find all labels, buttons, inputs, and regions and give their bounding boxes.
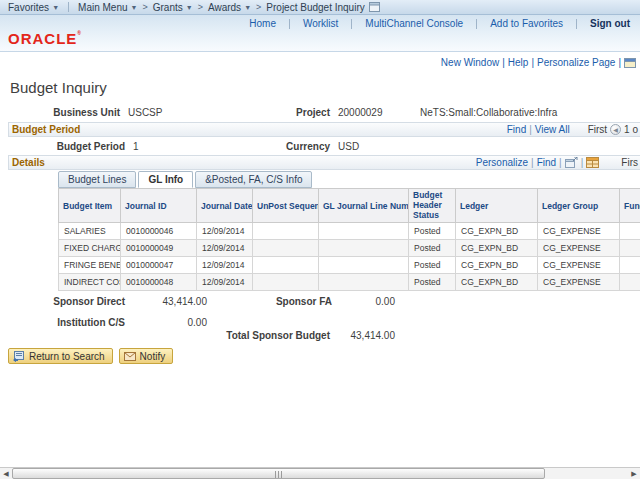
business-unit-value: USCSP bbox=[128, 107, 162, 118]
cell-ledger-group: CG_EXPENSE bbox=[538, 274, 620, 291]
cell-unpost-sequence bbox=[253, 240, 319, 257]
column-header-unpost-sequence[interactable]: UnPost Sequence bbox=[253, 189, 319, 223]
institution-cs-label: Institution C/S bbox=[20, 317, 125, 328]
gl-info-grid: Budget Item Journal ID Journal Date UnPo… bbox=[58, 188, 640, 291]
cell-gl-journal-line-number bbox=[319, 223, 409, 240]
home-link[interactable]: Home bbox=[249, 18, 276, 29]
currency-label: Currency bbox=[250, 141, 330, 152]
page-window-icon[interactable] bbox=[369, 2, 380, 12]
cell-budget-item: INDIRECT COSTS bbox=[59, 274, 121, 291]
sign-out-link[interactable]: Sign out bbox=[590, 18, 630, 29]
page-action-bar: New Window | Help | Personalize Page | bbox=[441, 57, 636, 68]
header-band: Home Worklist MultiChannel Console Add t… bbox=[0, 15, 640, 52]
scroll-left-arrow[interactable]: ◀ bbox=[0, 468, 12, 479]
view-all-popup-icon[interactable] bbox=[565, 157, 578, 168]
tab-posted-fa-cs-info[interactable]: &Posted, FA, C/S Info bbox=[195, 171, 312, 188]
cell-ledger-group: CG_EXPENSE bbox=[538, 223, 620, 240]
main-menu[interactable]: Main Menu ▼ bbox=[78, 2, 137, 13]
bar-pipe: | bbox=[529, 124, 532, 135]
column-header-journal-date[interactable]: Journal Date bbox=[197, 189, 253, 223]
bar-pipe: | bbox=[531, 157, 534, 168]
breadcrumb-item-project-budget-inquiry[interactable]: Project Budget Inquiry bbox=[266, 2, 364, 13]
cell-ledger-group: CG_EXPENSE bbox=[538, 240, 620, 257]
cell-journal-id: 0010000048 bbox=[121, 274, 197, 291]
budget-period-find-link[interactable]: Find bbox=[507, 124, 526, 135]
breadcrumb-item-grants[interactable]: Grants ▼ bbox=[153, 2, 193, 13]
cell-budget-item: FIXED CHARGES bbox=[59, 240, 121, 257]
column-header-funding[interactable]: Fundi bbox=[620, 189, 640, 223]
details-section-header: Details Personalize | Find | | Firs bbox=[8, 155, 640, 170]
column-header-budget-header-status[interactable]: Budget Header Status bbox=[409, 189, 456, 223]
dropdown-arrow-icon: ▼ bbox=[244, 4, 251, 11]
details-tab-strip: Budget Lines GL Info &Posted, FA, C/S In… bbox=[58, 170, 640, 188]
download-to-excel-icon[interactable] bbox=[586, 157, 599, 168]
breadcrumb-label: Grants bbox=[153, 2, 183, 13]
details-first-label-truncated: Firs bbox=[621, 157, 638, 168]
horizontal-scrollbar[interactable]: ◀ ▶ bbox=[0, 467, 640, 479]
cell-journal-date: 12/09/2014 bbox=[197, 240, 253, 257]
previous-row-button[interactable]: ◀ bbox=[610, 124, 621, 135]
total-sponsor-budget-value: 43,414.00 bbox=[320, 330, 395, 341]
cell-journal-id: 0010000047 bbox=[121, 257, 197, 274]
cell-journal-date: 12/09/2014 bbox=[197, 274, 253, 291]
cell-journal-date: 12/09/2014 bbox=[197, 257, 253, 274]
new-window-link[interactable]: New Window bbox=[441, 57, 499, 68]
breadcrumb-item-awards[interactable]: Awards ▼ bbox=[208, 2, 251, 13]
cell-unpost-sequence bbox=[253, 257, 319, 274]
table-row: FIXED CHARGES 0010000049 12/09/2014 Post… bbox=[59, 240, 640, 257]
budget-period-view-all-link[interactable]: View All bbox=[535, 124, 570, 135]
scrollbar-thumb[interactable] bbox=[12, 468, 545, 479]
sponsor-fa-value: 0.00 bbox=[330, 296, 395, 307]
favorites-menu[interactable]: Favorites ▼ bbox=[8, 2, 59, 13]
help-link[interactable]: Help bbox=[508, 57, 529, 68]
details-section-title: Details bbox=[12, 157, 45, 168]
table-row: INDIRECT COSTS 0010000048 12/09/2014 Pos… bbox=[59, 274, 640, 291]
cell-ledger: CG_EXPN_BD bbox=[456, 274, 538, 291]
total-sponsor-budget-label: Total Sponsor Budget bbox=[218, 330, 330, 341]
tab-gl-info[interactable]: GL Info bbox=[138, 171, 193, 188]
add-to-favorites-link[interactable]: Add to Favorites bbox=[490, 18, 563, 29]
column-header-gl-journal-line-number[interactable]: GL Journal Line Number bbox=[319, 189, 409, 223]
column-header-budget-item[interactable]: Budget Item bbox=[59, 189, 121, 223]
notify-envelope-icon bbox=[124, 352, 136, 361]
budget-period-label: Budget Period bbox=[25, 141, 125, 152]
multichannel-console-link[interactable]: MultiChannel Console bbox=[365, 18, 463, 29]
personalize-window-icon[interactable] bbox=[624, 58, 636, 68]
nav-divider bbox=[476, 19, 477, 29]
cell-ledger-group: CG_EXPENSE bbox=[538, 257, 620, 274]
return-to-search-label: Return to Search bbox=[29, 351, 105, 362]
main-menu-label: Main Menu bbox=[78, 2, 127, 13]
dropdown-arrow-icon: ▼ bbox=[52, 4, 59, 11]
peoplesoft-budget-inquiry-page: Favorites ▼ Main Menu ▼ > Grants ▼ > Awa… bbox=[0, 0, 640, 480]
bar-pipe: | bbox=[581, 157, 584, 168]
cell-ledger: CG_EXPN_BD bbox=[456, 240, 538, 257]
registered-mark: ® bbox=[77, 30, 82, 36]
business-unit-label: Business Unit bbox=[20, 107, 120, 118]
cell-budget-header-status: Posted bbox=[409, 274, 456, 291]
cell-budget-header-status: Posted bbox=[409, 223, 456, 240]
cell-ledger: CG_EXPN_BD bbox=[456, 223, 538, 240]
return-to-search-button[interactable]: Return to Search bbox=[8, 348, 113, 364]
column-header-journal-id[interactable]: Journal ID bbox=[121, 189, 197, 223]
details-find-link[interactable]: Find bbox=[537, 157, 556, 168]
column-header-ledger[interactable]: Ledger bbox=[456, 189, 538, 223]
nav-divider bbox=[289, 19, 290, 29]
worklist-link[interactable]: Worklist bbox=[303, 18, 338, 29]
cell-ledger: CG_EXPN_BD bbox=[456, 257, 538, 274]
tab-budget-lines[interactable]: Budget Lines bbox=[58, 171, 136, 188]
breadcrumb-divider bbox=[68, 2, 69, 12]
personalize-page-link[interactable]: Personalize Page bbox=[537, 57, 615, 68]
dropdown-arrow-icon: ▼ bbox=[131, 4, 138, 11]
budget-period-page-info: 1 o bbox=[624, 124, 638, 135]
scroll-right-arrow[interactable]: ▶ bbox=[628, 468, 640, 479]
notify-button[interactable]: Notify bbox=[119, 348, 174, 364]
column-header-ledger-group[interactable]: Ledger Group bbox=[538, 189, 620, 223]
pagebar-pipe: | bbox=[618, 57, 621, 68]
cell-journal-id: 0010000049 bbox=[121, 240, 197, 257]
notify-label: Notify bbox=[140, 351, 166, 362]
sponsor-fa-label: Sponsor FA bbox=[240, 296, 332, 307]
details-personalize-link[interactable]: Personalize bbox=[476, 157, 528, 168]
nav-divider bbox=[351, 19, 352, 29]
breadcrumb-label: Awards bbox=[208, 2, 241, 13]
currency-value: USD bbox=[338, 141, 359, 152]
